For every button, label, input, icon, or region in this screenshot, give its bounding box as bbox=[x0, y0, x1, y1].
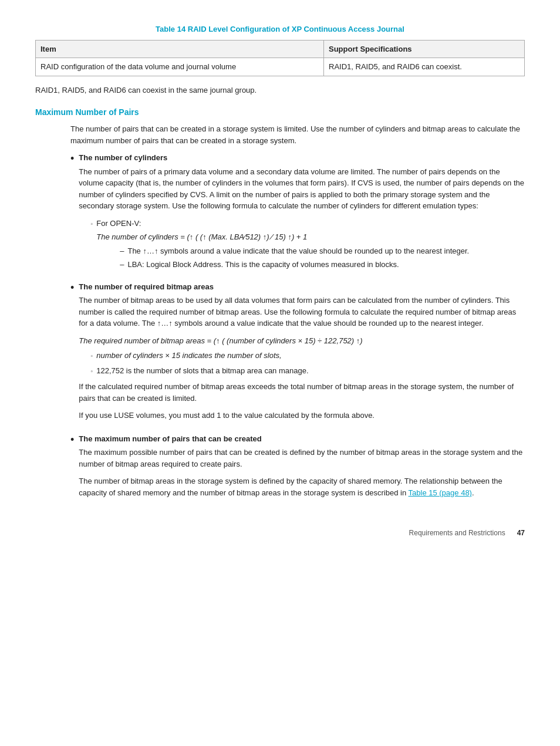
sub-bullet-dot-b1: ◦ bbox=[90, 351, 93, 362]
sub-bullet-dot-1: ◦ bbox=[90, 219, 93, 273]
table-cell-spec: RAID1, RAID5, and RAID6 can coexist. bbox=[324, 58, 525, 76]
dash-1: – bbox=[120, 245, 124, 257]
sub-sub-text-2: LBA: Logical Block Address. This is the … bbox=[127, 259, 399, 271]
bullet-label-3: The maximum number of pairs that can be … bbox=[79, 433, 525, 445]
sub-sub-bullet-1: – The ↑…↑ symbols around a value indicat… bbox=[96, 245, 469, 257]
bullet-dot-1: • bbox=[70, 152, 74, 275]
data-table: Item Support Specifications RAID configu… bbox=[35, 40, 525, 76]
bitmap-formula: The required number of bitmap areas = (↑… bbox=[79, 335, 525, 347]
footer: Requirements and Restrictions 47 bbox=[35, 528, 525, 538]
col-header-item: Item bbox=[36, 40, 324, 58]
bullet-content-2: The number of required bitmap areas The … bbox=[79, 281, 525, 427]
table15-link[interactable]: Table 15 (page 48) bbox=[409, 488, 472, 497]
bullet-bitmap: • The number of required bitmap areas Th… bbox=[70, 281, 525, 427]
sub-sub-bullet-2: – LBA: Logical Block Address. This is th… bbox=[96, 259, 469, 271]
sub-bullet-bitmap-2: ◦ 122,752 is the number of slots that a … bbox=[79, 365, 525, 377]
bullet-content-1: The number of cylinders The number of pa… bbox=[79, 152, 525, 275]
section-content: The number of pairs that can be created … bbox=[35, 123, 525, 504]
open-v-label: For OPEN-V: bbox=[96, 219, 141, 228]
sub-sub-text-1: The ↑…↑ symbols around a value indicate … bbox=[127, 245, 469, 257]
bullet-body-3a: The maximum possible number of pairs tha… bbox=[79, 447, 525, 470]
table-row: RAID configuration of the data volume an… bbox=[36, 58, 525, 76]
table-cell-item: RAID configuration of the data volume an… bbox=[36, 58, 324, 76]
dash-2: – bbox=[120, 259, 124, 271]
bullet-body-2b: If the calculated required number of bit… bbox=[79, 381, 525, 404]
bullet-content-3: The maximum number of pairs that can be … bbox=[79, 433, 525, 505]
sub-bullet-label-b2: 122,752 is the number of slots that a bi… bbox=[96, 365, 308, 377]
page-container: Table 14 RAID Level Configuration of XP … bbox=[35, 23, 525, 538]
bullet-dot-2: • bbox=[70, 281, 74, 427]
sub-bullet-content-1: For OPEN-V: The number of cylinders = (↑… bbox=[96, 218, 469, 273]
bullet-body-2c: If you use LUSE volumes, you must add 1 … bbox=[79, 410, 525, 421]
sub-bullet-dot-b2: ◦ bbox=[90, 366, 93, 377]
bullet-label-2: The number of required bitmap areas bbox=[79, 281, 525, 293]
bullet-body-2a: The number of bitmap areas to be used by… bbox=[79, 295, 525, 329]
section-heading: Maximum Number of Pairs bbox=[35, 106, 525, 119]
bullet-max-pairs: • The maximum number of pairs that can b… bbox=[70, 433, 525, 505]
section-intro: The number of pairs that can be created … bbox=[70, 123, 525, 146]
after-table-note: RAID1, RAID5, and RAID6 can coexist in t… bbox=[35, 85, 525, 96]
table-title: Table 14 RAID Level Configuration of XP … bbox=[35, 23, 525, 35]
bullet-body-3b-end: . bbox=[472, 488, 474, 497]
bullet-label-1: The number of cylinders bbox=[79, 152, 525, 164]
sub-bullet-bitmap-1: ◦ number of cylinders × 15 indicates the… bbox=[79, 350, 525, 362]
bullet-body-3b: The number of bitmap areas in the storag… bbox=[79, 475, 525, 498]
sub-bullet-open-v: ◦ For OPEN-V: The number of cylinders = … bbox=[79, 218, 525, 273]
bullet-cylinders: • The number of cylinders The number of … bbox=[70, 152, 525, 275]
bullet-body-1: The number of pairs of a primary data vo… bbox=[79, 166, 525, 212]
open-v-formula: The number of cylinders = (↑ ( (↑ (Max. … bbox=[96, 231, 469, 243]
sub-bullet-label-b1: number of cylinders × 15 indicates the n… bbox=[96, 350, 281, 362]
footer-label: Requirements and Restrictions bbox=[409, 528, 505, 538]
footer-page: 47 bbox=[517, 528, 525, 538]
col-header-spec: Support Specifications bbox=[324, 40, 525, 58]
bullet-dot-3: • bbox=[70, 433, 74, 505]
